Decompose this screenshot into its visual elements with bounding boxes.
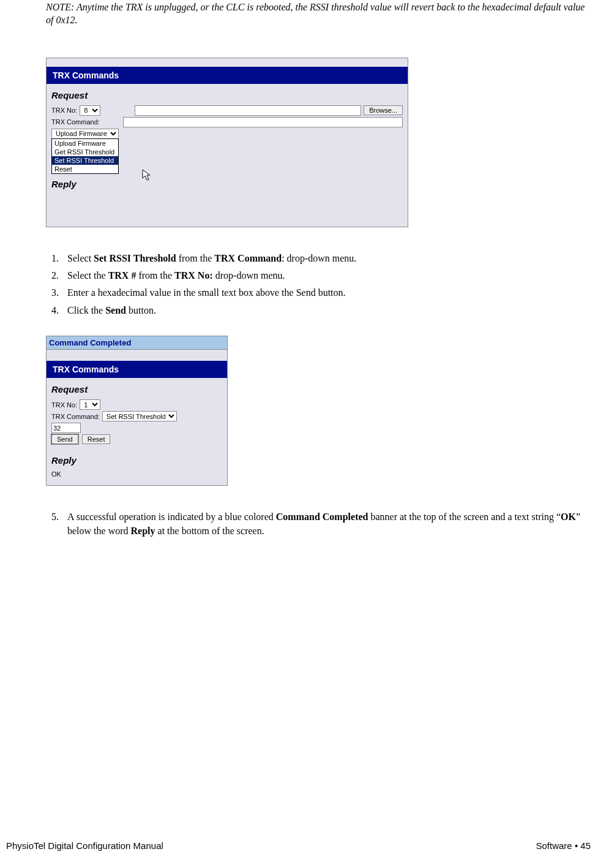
trx-commands-panel-1: TRX Commands Request TRX No: 8 Browse...… (46, 58, 408, 227)
option-upload-firmware[interactable]: Upload Firmware (52, 139, 118, 148)
trx-command-label-2: TRX Command: (51, 413, 100, 420)
trx-command-dropdown-list[interactable]: Upload Firmware Get RSSI Threshold Set R… (51, 138, 119, 174)
trx-no-label: TRX No: (51, 107, 77, 114)
trx-commands-panel-2: Command Completed TRX Commands Request T… (46, 336, 228, 486)
option-set-rssi[interactable]: Set RSSI Threshold (52, 156, 118, 165)
trx-no-label-2: TRX No: (51, 401, 77, 409)
reply-label-2: Reply (47, 449, 227, 468)
panel-title: TRX Commands (47, 67, 408, 84)
trx-no-select[interactable]: 8 (80, 105, 100, 116)
note-text: NOTE: Anytime the TRX is unplugged, or t… (46, 1, 591, 27)
instruction-list-b: A successful operation is indicated by a… (46, 510, 591, 538)
step-4: Click the Send button. (61, 304, 591, 317)
request-label: Request (47, 84, 408, 103)
footer-right: Software • 45 (536, 840, 591, 851)
trx-command-label: TRX Command: (51, 118, 100, 126)
command-completed-banner: Command Completed (47, 336, 227, 350)
hex-value-input[interactable] (51, 423, 81, 433)
trx-command-select[interactable]: Upload Firmware (51, 129, 119, 139)
option-get-rssi[interactable]: Get RSSI Threshold (52, 148, 118, 156)
instruction-list-a: Select Set RSSI Threshold from the TRX C… (46, 252, 591, 318)
step-2: Select the TRX # from the TRX No: drop-d… (61, 269, 591, 282)
file-path-input[interactable] (135, 105, 361, 116)
option-reset[interactable]: Reset (52, 165, 118, 173)
secondary-input[interactable] (123, 117, 403, 127)
footer-left: PhysioTel Digital Configuration Manual (6, 840, 163, 851)
request-label-2: Request (47, 378, 227, 397)
step-5: A successful operation is indicated by a… (61, 510, 591, 538)
trx-command-select-2[interactable]: Set RSSI Threshold (102, 411, 177, 421)
trx-no-select-2[interactable]: 1 (80, 399, 100, 410)
browse-button[interactable]: Browse... (364, 105, 403, 115)
step-3: Enter a hexadecimal value in the small t… (61, 286, 591, 300)
send-button[interactable]: Send (51, 434, 78, 444)
reply-label: Reply (47, 178, 408, 192)
reply-text: OK (47, 468, 227, 485)
reset-button[interactable]: Reset (82, 434, 111, 444)
step-1: Select Set RSSI Threshold from the TRX C… (61, 252, 591, 265)
panel-title-2: TRX Commands (47, 361, 227, 378)
page-footer: PhysioTel Digital Configuration Manual S… (0, 840, 591, 851)
